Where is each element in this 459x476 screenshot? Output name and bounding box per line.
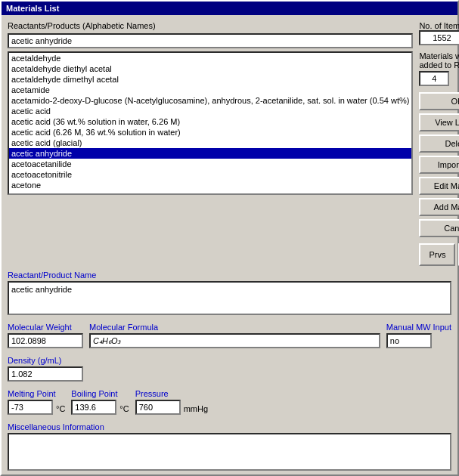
materials-label: Materials will be	[419, 51, 459, 60]
manual-mw-label: Manual MW Input	[386, 323, 451, 332]
list-item[interactable]: acetic acid (glacial)	[9, 138, 411, 148]
manual-mw-input[interactable]	[386, 333, 432, 348]
density-input[interactable]	[8, 366, 83, 382]
list-container: acetaldehydeacetaldehyde diethyl acetala…	[8, 51, 413, 195]
title-bar: Materials List	[2, 2, 457, 15]
pressure-unit: mmHg	[184, 404, 208, 415]
formula-label: Molecular Formula	[89, 323, 380, 332]
pressure-input[interactable]	[135, 400, 181, 415]
edit-material-button[interactable]: Edit Material	[419, 177, 459, 195]
cancel-button[interactable]: Cancel	[419, 219, 459, 237]
mw-input[interactable]	[8, 333, 83, 348]
list-label: Reactants/Products (Alphabetic Names)	[8, 21, 413, 30]
boiling-point-label: Boiling Point	[71, 389, 129, 398]
prvs-button[interactable]: Prvs	[419, 243, 455, 266]
product-name-label: Reactant/Product Name	[8, 270, 451, 280]
materials-list-window: Materials List Reactants/Products (Alpha…	[0, 0, 459, 476]
no-items-value: 1552	[419, 30, 459, 45]
density-label: Density (g/mL)	[8, 356, 83, 365]
list-item[interactable]: acetoacetanilide	[9, 159, 411, 169]
list-item[interactable]: acetamido-2-deoxy-D-glucose (N-acetylglu…	[9, 95, 411, 106]
product-name-value: acetic anhydride	[11, 285, 72, 294]
add-material-button[interactable]: Add Material	[419, 198, 459, 216]
view-list-all-button[interactable]: View List All	[419, 113, 459, 131]
reactant-number: 4	[419, 71, 449, 86]
list-item[interactable]: acetoacetonitrile	[9, 169, 411, 180]
misc-label: Miscellaneous Information	[8, 422, 451, 431]
list-item[interactable]: acetic acid (6.26 M, 36 wt.% solution in…	[9, 127, 411, 138]
list-item[interactable]: acetone	[9, 180, 411, 190]
formula-input[interactable]	[89, 333, 380, 348]
items-list[interactable]: acetaldehydeacetaldehyde diethyl acetala…	[9, 53, 411, 193]
added-to-label: added to Reactant:	[419, 60, 459, 70]
boiling-point-input[interactable]	[71, 400, 116, 415]
list-item[interactable]: acetamide	[9, 85, 411, 95]
pressure-label: Pressure	[135, 389, 208, 398]
list-item[interactable]: acetic acid (36 wt.% solution in water, …	[9, 116, 411, 127]
misc-box	[8, 433, 451, 471]
product-name-box: acetic anhydride	[8, 281, 451, 315]
import-list-button[interactable]: Import List	[419, 156, 459, 174]
melting-point-unit: °C	[56, 404, 65, 415]
search-input[interactable]	[8, 33, 413, 48]
melting-point-label: Melting Point	[8, 389, 65, 398]
boiling-point-unit: °C	[119, 404, 129, 415]
ok-button[interactable]: OK	[419, 92, 459, 110]
window-title: Materials List	[6, 4, 59, 13]
list-item[interactable]: acetaldehyde	[9, 53, 411, 63]
list-item[interactable]: acetic acid	[9, 106, 411, 116]
list-item[interactable]: acetaldehyde dimethyl acetal	[9, 74, 411, 85]
list-item[interactable]: acetic anhydride	[9, 148, 411, 159]
list-item[interactable]: acetaldehyde diethyl acetal	[9, 63, 411, 74]
delete-button[interactable]: Delete	[419, 134, 459, 153]
mw-label: Molecular Weight	[8, 323, 83, 332]
no-items-label: No. of Items	[419, 21, 459, 30]
melting-point-input[interactable]	[8, 400, 53, 415]
